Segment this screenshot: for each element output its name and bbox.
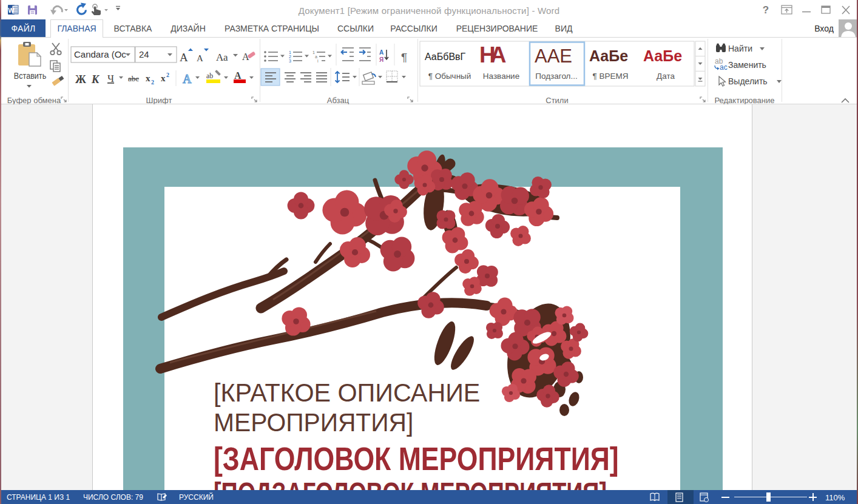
svg-text:А: А — [180, 51, 188, 64]
svg-text:¶ Обычный: ¶ Обычный — [428, 72, 471, 81]
svg-text:К: К — [91, 73, 100, 86]
svg-text:А: А — [234, 70, 242, 81]
svg-text:x: x — [161, 73, 166, 83]
svg-text:АаБе: АаБе — [643, 47, 682, 64]
svg-text:1: 1 — [289, 50, 291, 55]
svg-text:2: 2 — [151, 79, 154, 86]
svg-text:2: 2 — [289, 55, 291, 59]
svg-text:a: a — [315, 55, 317, 59]
svg-text:Подзагол...: Подзагол... — [535, 72, 577, 81]
svg-text:Название: Название — [483, 72, 519, 81]
svg-text:¶ ВРЕМЯ: ¶ ВРЕМЯ — [592, 72, 628, 81]
svg-text:2: 2 — [166, 72, 169, 78]
svg-text:Аа: Аа — [216, 52, 228, 63]
svg-text:Ч: Ч — [107, 73, 114, 84]
svg-text:Я: Я — [379, 56, 383, 63]
svg-text:i: i — [317, 59, 319, 63]
svg-text:Дата: Дата — [657, 72, 675, 81]
svg-text:abc: abc — [128, 74, 139, 83]
svg-text:А: А — [379, 49, 383, 56]
svg-text:ac: ac — [720, 63, 728, 72]
svg-text:АаБе: АаБе — [589, 47, 628, 64]
svg-text:Ж: Ж — [75, 73, 86, 86]
svg-text:¶: ¶ — [401, 51, 407, 64]
svg-text:ААЕ: ААЕ — [535, 45, 572, 67]
svg-text:x: x — [146, 73, 150, 83]
svg-text:3: 3 — [289, 59, 291, 63]
svg-text:АаБбВвГ: АаБбВвГ — [425, 52, 466, 62]
svg-text:А: А — [183, 72, 192, 86]
svg-text:А: А — [197, 53, 203, 63]
svg-text:ab: ab — [206, 72, 213, 80]
svg-text:1: 1 — [312, 50, 315, 55]
